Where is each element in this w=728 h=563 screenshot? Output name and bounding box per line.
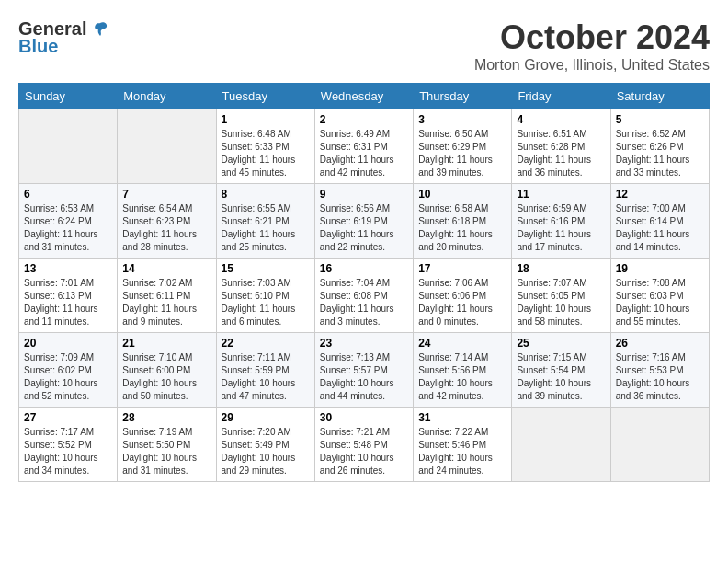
calendar-cell: 31 Sunrise: 7:22 AM Sunset: 5:46 PM Dayl… bbox=[414, 408, 512, 482]
day-number: 19 bbox=[616, 262, 704, 275]
day-detail: Sunrise: 7:13 AM Sunset: 5:57 PM Dayligh… bbox=[320, 351, 408, 403]
day-number: 7 bbox=[122, 188, 210, 201]
day-number: 14 bbox=[122, 262, 210, 275]
calendar-cell: 1 Sunrise: 6:48 AM Sunset: 6:33 PM Dayli… bbox=[216, 109, 314, 184]
calendar-week-row: 20 Sunrise: 7:09 AM Sunset: 6:02 PM Dayl… bbox=[19, 333, 710, 408]
day-detail: Sunrise: 7:10 AM Sunset: 6:00 PM Dayligh… bbox=[122, 351, 210, 403]
calendar-week-row: 1 Sunrise: 6:48 AM Sunset: 6:33 PM Dayli… bbox=[19, 109, 710, 184]
day-detail: Sunrise: 6:54 AM Sunset: 6:23 PM Dayligh… bbox=[122, 202, 210, 254]
day-detail: Sunrise: 7:21 AM Sunset: 5:48 PM Dayligh… bbox=[320, 426, 408, 477]
day-detail: Sunrise: 6:53 AM Sunset: 6:24 PM Dayligh… bbox=[24, 202, 112, 254]
calendar-cell: 19 Sunrise: 7:08 AM Sunset: 6:03 PM Dayl… bbox=[610, 259, 709, 333]
calendar-cell: 29 Sunrise: 7:20 AM Sunset: 5:49 PM Dayl… bbox=[216, 408, 314, 482]
day-detail: Sunrise: 7:11 AM Sunset: 5:59 PM Dayligh… bbox=[222, 351, 310, 403]
calendar-cell bbox=[610, 408, 709, 482]
day-detail: Sunrise: 7:00 AM Sunset: 6:14 PM Dayligh… bbox=[616, 202, 704, 254]
calendar-week-row: 6 Sunrise: 6:53 AM Sunset: 6:24 PM Dayli… bbox=[19, 184, 710, 259]
calendar-cell: 15 Sunrise: 7:03 AM Sunset: 6:10 PM Dayl… bbox=[216, 259, 314, 333]
day-number: 23 bbox=[320, 337, 408, 350]
day-number: 22 bbox=[222, 337, 310, 350]
day-number: 21 bbox=[122, 337, 210, 350]
calendar-cell: 22 Sunrise: 7:11 AM Sunset: 5:59 PM Dayl… bbox=[216, 333, 314, 408]
day-number: 11 bbox=[517, 188, 605, 201]
day-number: 5 bbox=[616, 113, 704, 126]
calendar-cell: 23 Sunrise: 7:13 AM Sunset: 5:57 PM Dayl… bbox=[314, 333, 413, 408]
day-detail: Sunrise: 7:19 AM Sunset: 5:50 PM Dayligh… bbox=[122, 426, 210, 477]
calendar-cell: 13 Sunrise: 7:01 AM Sunset: 6:13 PM Dayl… bbox=[19, 259, 118, 333]
day-number: 31 bbox=[418, 411, 506, 424]
day-detail: Sunrise: 7:07 AM Sunset: 6:05 PM Dayligh… bbox=[517, 277, 605, 328]
calendar-cell: 20 Sunrise: 7:09 AM Sunset: 6:02 PM Dayl… bbox=[19, 333, 118, 408]
calendar-cell: 27 Sunrise: 7:17 AM Sunset: 5:52 PM Dayl… bbox=[19, 408, 118, 482]
calendar-cell: 24 Sunrise: 7:14 AM Sunset: 5:56 PM Dayl… bbox=[414, 333, 512, 408]
calendar-week-row: 13 Sunrise: 7:01 AM Sunset: 6:13 PM Dayl… bbox=[19, 259, 710, 333]
logo-blue-text: Blue bbox=[18, 36, 58, 57]
calendar-cell: 6 Sunrise: 6:53 AM Sunset: 6:24 PM Dayli… bbox=[19, 184, 118, 259]
month-title: October 2024 bbox=[474, 18, 710, 57]
day-number: 15 bbox=[222, 262, 310, 275]
calendar-cell: 14 Sunrise: 7:02 AM Sunset: 6:11 PM Dayl… bbox=[118, 259, 216, 333]
day-detail: Sunrise: 6:55 AM Sunset: 6:21 PM Dayligh… bbox=[222, 202, 310, 254]
day-number: 18 bbox=[517, 262, 605, 275]
day-detail: Sunrise: 6:56 AM Sunset: 6:19 PM Dayligh… bbox=[320, 202, 408, 254]
calendar-cell: 18 Sunrise: 7:07 AM Sunset: 6:05 PM Dayl… bbox=[512, 259, 610, 333]
day-detail: Sunrise: 7:15 AM Sunset: 5:54 PM Dayligh… bbox=[517, 351, 605, 403]
logo-bird-icon bbox=[90, 19, 110, 40]
day-detail: Sunrise: 6:49 AM Sunset: 6:31 PM Dayligh… bbox=[320, 128, 408, 179]
day-detail: Sunrise: 6:58 AM Sunset: 6:18 PM Dayligh… bbox=[418, 202, 506, 254]
calendar-header-row: SundayMondayTuesdayWednesdayThursdayFrid… bbox=[19, 84, 710, 109]
calendar-cell: 17 Sunrise: 7:06 AM Sunset: 6:06 PM Dayl… bbox=[414, 259, 512, 333]
calendar-cell: 7 Sunrise: 6:54 AM Sunset: 6:23 PM Dayli… bbox=[118, 184, 216, 259]
day-detail: Sunrise: 7:17 AM Sunset: 5:52 PM Dayligh… bbox=[24, 426, 112, 477]
calendar-cell: 25 Sunrise: 7:15 AM Sunset: 5:54 PM Dayl… bbox=[512, 333, 610, 408]
calendar-cell: 10 Sunrise: 6:58 AM Sunset: 6:18 PM Dayl… bbox=[414, 184, 512, 259]
dow-header: Saturday bbox=[610, 84, 709, 109]
day-number: 13 bbox=[24, 262, 112, 275]
dow-header: Sunday bbox=[19, 84, 118, 109]
day-detail: Sunrise: 7:06 AM Sunset: 6:06 PM Dayligh… bbox=[418, 277, 506, 328]
day-detail: Sunrise: 7:04 AM Sunset: 6:08 PM Dayligh… bbox=[320, 277, 408, 328]
day-number: 2 bbox=[320, 113, 408, 126]
day-detail: Sunrise: 7:14 AM Sunset: 5:56 PM Dayligh… bbox=[418, 351, 506, 403]
calendar-cell: 5 Sunrise: 6:52 AM Sunset: 6:26 PM Dayli… bbox=[610, 109, 709, 184]
day-number: 30 bbox=[320, 411, 408, 424]
day-detail: Sunrise: 7:02 AM Sunset: 6:11 PM Dayligh… bbox=[122, 277, 210, 328]
day-number: 27 bbox=[24, 411, 112, 424]
day-number: 9 bbox=[320, 188, 408, 201]
day-number: 24 bbox=[418, 337, 506, 350]
calendar-cell: 21 Sunrise: 7:10 AM Sunset: 6:00 PM Dayl… bbox=[118, 333, 216, 408]
day-number: 20 bbox=[24, 337, 112, 350]
calendar-cell: 2 Sunrise: 6:49 AM Sunset: 6:31 PM Dayli… bbox=[314, 109, 413, 184]
dow-header: Monday bbox=[118, 84, 216, 109]
day-detail: Sunrise: 6:50 AM Sunset: 6:29 PM Dayligh… bbox=[418, 128, 506, 179]
day-number: 3 bbox=[418, 113, 506, 126]
calendar-cell: 8 Sunrise: 6:55 AM Sunset: 6:21 PM Dayli… bbox=[216, 184, 314, 259]
day-detail: Sunrise: 7:16 AM Sunset: 5:53 PM Dayligh… bbox=[616, 351, 704, 403]
calendar-cell bbox=[118, 109, 216, 184]
day-number: 29 bbox=[222, 411, 310, 424]
calendar-cell: 30 Sunrise: 7:21 AM Sunset: 5:48 PM Dayl… bbox=[314, 408, 413, 482]
page-header: General Blue October 2024 Morton Grove, … bbox=[18, 18, 710, 74]
dow-header: Friday bbox=[512, 84, 610, 109]
day-detail: Sunrise: 7:03 AM Sunset: 6:10 PM Dayligh… bbox=[222, 277, 310, 328]
day-number: 28 bbox=[122, 411, 210, 424]
calendar-week-row: 27 Sunrise: 7:17 AM Sunset: 5:52 PM Dayl… bbox=[19, 408, 710, 482]
calendar-cell: 26 Sunrise: 7:16 AM Sunset: 5:53 PM Dayl… bbox=[610, 333, 709, 408]
calendar-cell: 28 Sunrise: 7:19 AM Sunset: 5:50 PM Dayl… bbox=[118, 408, 216, 482]
calendar-cell bbox=[512, 408, 610, 482]
day-detail: Sunrise: 7:08 AM Sunset: 6:03 PM Dayligh… bbox=[616, 277, 704, 328]
dow-header: Tuesday bbox=[216, 84, 314, 109]
day-number: 4 bbox=[517, 113, 605, 126]
day-detail: Sunrise: 7:22 AM Sunset: 5:46 PM Dayligh… bbox=[418, 426, 506, 477]
calendar-cell: 12 Sunrise: 7:00 AM Sunset: 6:14 PM Dayl… bbox=[610, 184, 709, 259]
day-number: 17 bbox=[418, 262, 506, 275]
calendar-cell: 9 Sunrise: 6:56 AM Sunset: 6:19 PM Dayli… bbox=[314, 184, 413, 259]
calendar-cell: 3 Sunrise: 6:50 AM Sunset: 6:29 PM Dayli… bbox=[414, 109, 512, 184]
day-number: 25 bbox=[517, 337, 605, 350]
calendar-cell: 11 Sunrise: 6:59 AM Sunset: 6:16 PM Dayl… bbox=[512, 184, 610, 259]
day-number: 1 bbox=[222, 113, 310, 126]
calendar-cell bbox=[19, 109, 118, 184]
calendar-cell: 4 Sunrise: 6:51 AM Sunset: 6:28 PM Dayli… bbox=[512, 109, 610, 184]
day-detail: Sunrise: 7:20 AM Sunset: 5:49 PM Dayligh… bbox=[222, 426, 310, 477]
title-block: October 2024 Morton Grove, Illinois, Uni… bbox=[474, 18, 710, 74]
